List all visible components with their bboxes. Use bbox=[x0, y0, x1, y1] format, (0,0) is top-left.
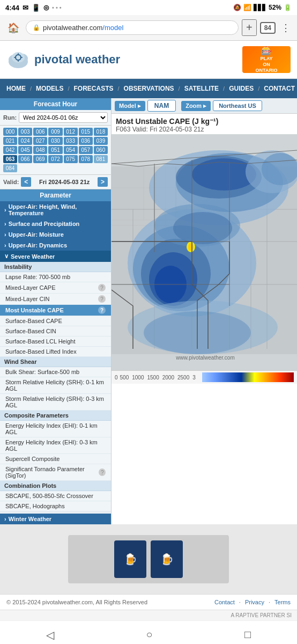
hour-button-015[interactable]: 015 bbox=[79, 128, 93, 136]
param-sigtor[interactable]: Significant Tornado Parameter (SigTor)? bbox=[0, 464, 111, 481]
browser-chrome: 🏠 🔒 pivotalweather.com/model + 84 ⋮ bbox=[0, 15, 297, 41]
section-severe-weather[interactable]: ∨ Severe Weather bbox=[0, 251, 111, 262]
footer-contact[interactable]: Contact bbox=[214, 599, 235, 605]
help-icon[interactable]: ? bbox=[99, 469, 106, 476]
param-srh-1km[interactable]: Storm Relative Helicity (SRH): 0-1 km AG… bbox=[0, 377, 111, 394]
nav-guides[interactable]: GUIDES bbox=[226, 80, 257, 97]
extra-icons: • • • bbox=[52, 4, 62, 11]
ad-banner[interactable]: 🎰 PLAYONONTARIO bbox=[242, 46, 291, 73]
hour-button-009[interactable]: 009 bbox=[48, 128, 62, 136]
hour-button-069[interactable]: 069 bbox=[33, 155, 47, 163]
android-back-button[interactable]: ◁ bbox=[46, 628, 54, 641]
param-surface-lcl-height[interactable]: Surface-Based LCL Height bbox=[0, 336, 111, 347]
browser-menu-button[interactable]: ⋮ bbox=[279, 20, 293, 36]
app-header: pivotal weather 🎰 PLAYONONTARIO bbox=[0, 41, 297, 79]
app-logo[interactable]: pivotal weather bbox=[6, 50, 120, 69]
hour-button-078[interactable]: 078 bbox=[79, 155, 93, 163]
footer-terms[interactable]: Terms bbox=[274, 599, 291, 605]
hour-button-066[interactable]: 066 bbox=[18, 155, 32, 163]
hour-button-045[interactable]: 045 bbox=[18, 146, 32, 154]
help-icon[interactable]: ? bbox=[98, 284, 106, 291]
footer-privacy[interactable]: Privacy bbox=[245, 599, 264, 605]
android-home-button[interactable]: ○ bbox=[146, 628, 152, 641]
nav-home[interactable]: HOME bbox=[3, 80, 29, 97]
hour-button-054[interactable]: 054 bbox=[64, 146, 78, 154]
hour-button-048[interactable]: 048 bbox=[33, 146, 47, 154]
model-name: NAM bbox=[147, 100, 176, 112]
whatsapp-icon: 📱 bbox=[32, 4, 40, 12]
hour-button-021[interactable]: 021 bbox=[3, 137, 17, 145]
status-bar: 4:44 ✉ 📱 ◎ • • • 🔕 📶 ▋▋▋ 52% 🔋 bbox=[0, 0, 297, 15]
hour-button-081[interactable]: 081 bbox=[94, 155, 108, 163]
valid-prev-button[interactable]: < bbox=[21, 177, 31, 187]
hour-button-027[interactable]: 027 bbox=[33, 137, 47, 145]
param-sbcape-crossover[interactable]: SBCAPE, 500-850-Sfc Crossover bbox=[0, 491, 111, 501]
hour-button-018[interactable]: 018 bbox=[94, 128, 108, 136]
section-winter-weather[interactable]: › Winter Weather bbox=[0, 514, 111, 524]
msg-icon: ✉ bbox=[23, 4, 28, 12]
hour-button-042[interactable]: 042 bbox=[3, 146, 17, 154]
valid-next-button[interactable]: > bbox=[98, 177, 108, 187]
param-sbcape-hodographs[interactable]: SBCAPE, Hodographs bbox=[0, 501, 111, 511]
hour-button-072[interactable]: 072 bbox=[48, 155, 62, 163]
param-bulk-shear[interactable]: Bulk Shear: Surface-500 mb bbox=[0, 367, 111, 377]
nav-models[interactable]: MODELS bbox=[33, 80, 66, 97]
android-recents-button[interactable]: □ bbox=[244, 628, 251, 641]
hour-button-033[interactable]: 033 bbox=[64, 137, 78, 145]
new-tab-button[interactable]: + bbox=[242, 19, 257, 36]
nav-satellite[interactable]: SATELLITE bbox=[181, 80, 222, 97]
ad-box[interactable]: 🍺 🍺 bbox=[68, 535, 229, 583]
help-icon[interactable]: ? bbox=[98, 306, 106, 314]
nav-contact[interactable]: CONTACT bbox=[261, 80, 297, 97]
hour-button-057[interactable]: 057 bbox=[79, 146, 93, 154]
map-container[interactable]: www.pivotalweather.com bbox=[112, 134, 297, 370]
hour-button-003[interactable]: 003 bbox=[18, 128, 32, 136]
nav-forecasts[interactable]: FORECASTS bbox=[70, 80, 116, 97]
address-bar[interactable]: 🔒 pivotalweather.com/model bbox=[26, 20, 239, 35]
hour-button-063[interactable]: 063 bbox=[3, 155, 17, 163]
lock-icon: 🔒 bbox=[33, 24, 40, 31]
valid-date: Fri 2024-05-03 21z bbox=[33, 179, 95, 185]
hour-button-012[interactable]: 012 bbox=[64, 128, 78, 136]
browser-back-button[interactable]: 🏠 bbox=[4, 21, 23, 35]
param-most-unstable-cape[interactable]: Most Unstable CAPE? bbox=[0, 305, 111, 316]
zoom-button[interactable]: Zoom ▸ bbox=[181, 101, 211, 111]
param-supercell-composite[interactable]: Supercell Composite bbox=[0, 454, 111, 464]
hour-button-036[interactable]: 036 bbox=[79, 137, 93, 145]
footer: © 2015-2024 pivotalweather.com, All Righ… bbox=[0, 594, 297, 610]
hour-button-084[interactable]: 084 bbox=[3, 164, 17, 172]
hour-button-000[interactable]: 000 bbox=[3, 128, 17, 136]
raptive-text: A RAPTIVE PARTNER SI bbox=[231, 612, 292, 618]
hour-button-060[interactable]: 060 bbox=[94, 146, 108, 154]
hour-button-039[interactable]: 039 bbox=[94, 137, 108, 145]
param-mixed-layer-cape[interactable]: Mixed-Layer CAPE? bbox=[0, 282, 111, 294]
param-lapse-rate[interactable]: Lapse Rate: 700-500 mb bbox=[0, 272, 111, 282]
nav-observations[interactable]: OBSERVATIONS bbox=[121, 80, 177, 97]
hour-button-075[interactable]: 075 bbox=[64, 155, 78, 163]
help-icon[interactable]: ? bbox=[98, 295, 106, 303]
model-button[interactable]: Model ▸ bbox=[115, 101, 145, 111]
tab-count[interactable]: 84 bbox=[260, 22, 276, 34]
param-ehi-3km[interactable]: Energy Helicity Index (EHI): 0-3 km AGL bbox=[0, 437, 111, 454]
param-surface-based-cin[interactable]: Surface-Based CIN bbox=[0, 326, 111, 336]
section-upper-air-height[interactable]: › Upper-Air: Height, Wind, Temperature bbox=[0, 201, 111, 218]
valid-row: Valid: < Fri 2024-05-03 21z > bbox=[0, 175, 111, 189]
section-upper-dynamics[interactable]: › Upper-Air: Dynamics bbox=[0, 240, 111, 251]
hour-button-030[interactable]: 030 bbox=[48, 137, 62, 145]
param-ehi-1km[interactable]: Energy Helicity Index (EHI): 0-1 km AGL bbox=[0, 421, 111, 437]
forecast-hour-panel: Forecast Hour bbox=[0, 98, 111, 110]
hour-button-006[interactable]: 006 bbox=[33, 128, 47, 136]
section-surface-precip[interactable]: › Surface and Precipitation bbox=[0, 218, 111, 229]
section-upper-moisture[interactable]: › Upper-Air: Moisture bbox=[0, 229, 111, 240]
param-surface-lifted-index[interactable]: Surface-Based Lifted Index bbox=[0, 347, 111, 357]
run-select[interactable]: Wed 2024-05-01 06z bbox=[19, 112, 108, 123]
param-srh-3km[interactable]: Storm Relative Helicity (SRH): 0-3 km AG… bbox=[0, 394, 111, 411]
param-mixed-layer-cin[interactable]: Mixed-Layer CIN? bbox=[0, 294, 111, 305]
hour-button-051[interactable]: 051 bbox=[48, 146, 62, 154]
param-surface-based-cape[interactable]: Surface-Based CAPE bbox=[0, 316, 111, 326]
section-arrow: › bbox=[4, 242, 6, 248]
nav-bar: HOME / MODELS / FORECASTS / OBSERVATIONS… bbox=[0, 79, 297, 98]
time: 4:44 bbox=[5, 4, 19, 12]
raptive-bar: A RAPTIVE PARTNER SI bbox=[0, 610, 297, 620]
hour-button-024[interactable]: 024 bbox=[18, 137, 32, 145]
